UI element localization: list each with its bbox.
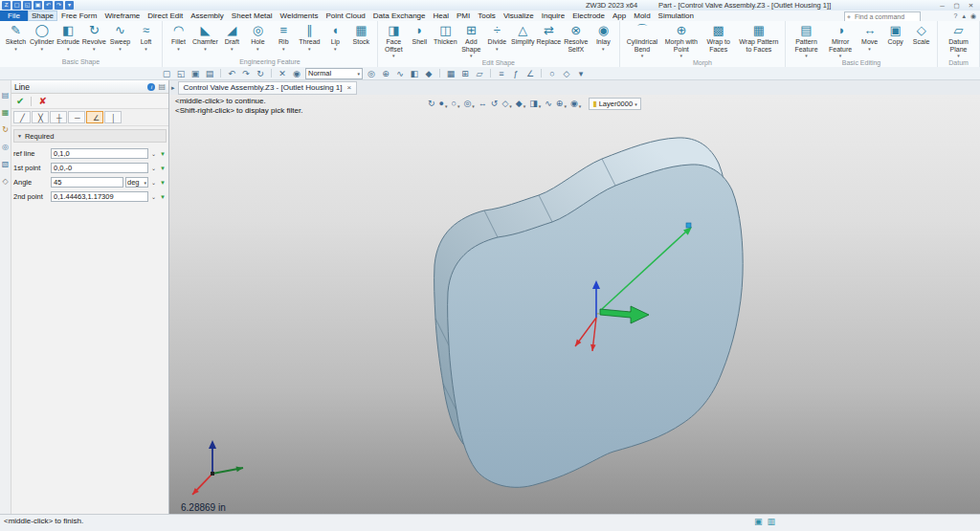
chevron-down-icon[interactable]: ▾ (523, 103, 526, 109)
rotate-view-icon[interactable]: ↺ (491, 99, 499, 109)
chevron-down-icon[interactable]: ▾ (67, 46, 70, 52)
menu-item-point-cloud[interactable]: Point Cloud (322, 11, 368, 21)
ribbon-button-fillet[interactable]: ◠Fillet▾ (166, 23, 191, 52)
close-icon[interactable]: × (347, 83, 352, 92)
ref-line-input[interactable] (51, 148, 148, 159)
info-icon[interactable]: i (147, 83, 155, 91)
ribbon-button-move[interactable]: ↔Move▾ (857, 23, 882, 52)
chevron-down-icon[interactable]: ▾ (334, 46, 337, 52)
snap-grid-icon[interactable]: ▦ (445, 68, 457, 79)
2nd-point-input[interactable] (51, 191, 148, 202)
print-icon[interactable]: ▤ (204, 68, 215, 79)
new-file-icon[interactable]: ▢ (161, 68, 172, 79)
pan-view-icon[interactable]: ↔ (479, 99, 487, 109)
work-plane-icon[interactable]: ▱ (474, 68, 485, 79)
chevron-down-icon[interactable]: ▾ (93, 46, 96, 52)
ribbon-button-add-shape[interactable]: ⊞Add Shape▾ (458, 23, 484, 58)
tab-nav-icon[interactable]: ▸ (171, 84, 175, 92)
chevron-down-icon[interactable]: ▾ (14, 46, 17, 52)
app-logo[interactable]: Z (2, 1, 11, 10)
line-parallel-tool[interactable]: ╳ (32, 111, 49, 123)
display-config-icon[interactable]: ◇ (561, 68, 572, 79)
line-horizontal-tool[interactable]: ─ (68, 111, 85, 123)
chevron-down-icon[interactable]: ▾ (509, 103, 512, 109)
required-section-header[interactable]: ▼ Required (13, 129, 167, 143)
row-pick-icon[interactable]: ▼ (159, 194, 167, 200)
ribbon-button-pattern-feature[interactable]: ▤Pattern Feature▾ (789, 23, 824, 58)
graphics-area[interactable]: 6.28869 in <middle-click> to continue. <… (169, 95, 980, 514)
menu-item-electrode[interactable]: Electrode (568, 11, 609, 21)
wireframe-mode-icon[interactable]: ○ (452, 99, 457, 109)
ribbon-button-wrap-pattern-to-faces[interactable]: ▦Wrap Pattern to Faces (736, 23, 782, 53)
menu-item-data-exchange[interactable]: Data Exchange (369, 11, 430, 21)
chevron-down-icon[interactable]: ▾ (282, 46, 285, 52)
cancel-button[interactable]: ✘ (38, 97, 46, 106)
pick-face-icon[interactable]: ◧ (409, 68, 420, 79)
ribbon-button-mirror-feature[interactable]: ◑Mirror Feature▾ (824, 23, 857, 58)
ribbon-button-inlay[interactable]: ◉Inlay▾ (590, 23, 616, 52)
chevron-down-icon[interactable]: ▾ (145, 46, 147, 52)
graphics-mode-icon[interactable]: ▥ (768, 517, 776, 526)
line-perpendicular-tool[interactable]: ┼ (50, 111, 67, 123)
minimize-button[interactable]: ─ (935, 2, 949, 9)
close-button[interactable]: ✕ (964, 2, 978, 10)
pick-curve-icon[interactable]: ∿ (394, 68, 406, 79)
menu-item-direct-edit[interactable]: Direct Edit (144, 11, 187, 21)
row-options-icon[interactable]: ⌄ (150, 179, 157, 186)
1st-point-input[interactable] (51, 163, 148, 173)
redraw-icon[interactable]: ↻ (428, 99, 435, 109)
ribbon-button-lip[interactable]: ◖Lip▾ (323, 23, 348, 52)
chevron-down-icon[interactable]: ▾ (445, 103, 448, 109)
display-monitor-icon[interactable]: ▣ (754, 517, 763, 526)
layer-select[interactable]: ▮ Layer0000 ▾ (589, 98, 640, 110)
file-browser-icon[interactable]: ▤ (2, 92, 10, 100)
row-options-icon[interactable]: ⌄ (150, 193, 157, 200)
menu-item-sheet-metal[interactable]: Sheet Metal (228, 11, 277, 21)
ribbon-button-morph-with-point[interactable]: ⊕Morph with Point▾ (661, 23, 701, 58)
menu-item-pmi[interactable]: PMI (453, 11, 474, 21)
ribbon-button-wrap-to-faces[interactable]: ▩Wrap to Faces (702, 23, 736, 53)
open-quick-icon[interactable]: ◱ (23, 1, 32, 10)
ribbon-button-replace[interactable]: ⇄Replace (536, 23, 562, 46)
open-file-icon[interactable]: ◱ (175, 68, 187, 79)
document-tab[interactable]: Control Valve Assembly.Z3 - [Outlet Hous… (178, 81, 358, 95)
menu-item-free-form[interactable]: Free Form (57, 11, 100, 21)
ribbon-button-rib[interactable]: ≡Rib▾ (271, 23, 297, 52)
chevron-down-icon[interactable]: ▾ (177, 46, 180, 52)
row-options-icon[interactable]: ⌄ (150, 150, 157, 157)
chevron-down-icon[interactable]: ▾ (868, 46, 871, 52)
redo-icon[interactable]: ↷ (240, 68, 252, 79)
ribbon-button-face-offset[interactable]: ◨Face Offset▾ (381, 23, 407, 58)
coord-input-icon[interactable]: ≡ (496, 68, 507, 79)
ok-button[interactable]: ✔ (16, 97, 24, 106)
ortho-icon[interactable]: ⊞ (459, 68, 471, 79)
chevron-down-icon[interactable]: ▾ (204, 46, 207, 52)
ribbon-button-draft[interactable]: ◢Draft▾ (219, 23, 245, 52)
ribbon-button-scale[interactable]: ◇Scale (908, 23, 934, 46)
ribbon-button-extrude[interactable]: ◧Extrude▾ (56, 23, 81, 52)
ribbon-button-copy[interactable]: ▣Copy (882, 23, 908, 46)
ribbon-button-loft[interactable]: ≈Loft▾ (133, 23, 159, 52)
ribbon-button-divide[interactable]: ÷Divide▾ (484, 23, 510, 52)
line-angle-tool[interactable]: ∠ (86, 111, 103, 123)
menu-item-visualize[interactable]: Visualize (500, 11, 538, 21)
entity-visibility-icon[interactable]: ◉ (570, 99, 578, 109)
chevron-down-icon[interactable]: ▾ (602, 46, 605, 52)
manager-icon[interactable]: ▦ (2, 109, 10, 117)
zoom-all-icon[interactable]: ◎ (463, 99, 471, 109)
chevron-down-icon[interactable]: ▾ (231, 46, 234, 52)
row-pick-icon[interactable]: ▼ (159, 180, 167, 186)
maximize-button[interactable]: ▢ (949, 2, 964, 10)
ribbon-button-sketch[interactable]: ✎Sketch▾ (3, 23, 29, 52)
curvature-analysis-icon[interactable]: ∿ (545, 99, 552, 109)
layer-manager-icon[interactable]: ▧ (2, 161, 10, 168)
shaded-mode-icon[interactable]: ● (439, 99, 444, 109)
help-icon[interactable]: ? (953, 12, 957, 19)
expression-icon[interactable]: ƒ (510, 68, 522, 79)
chevron-down-icon[interactable]: ▾ (539, 103, 542, 109)
save-icon[interactable]: ▣ (189, 68, 201, 79)
chevron-down-icon[interactable]: ▾ (119, 46, 122, 52)
undo-icon[interactable]: ↶ (226, 68, 237, 79)
chevron-down-icon[interactable]: ▾ (308, 46, 311, 52)
chevron-down-icon[interactable]: ▾ (472, 103, 475, 109)
